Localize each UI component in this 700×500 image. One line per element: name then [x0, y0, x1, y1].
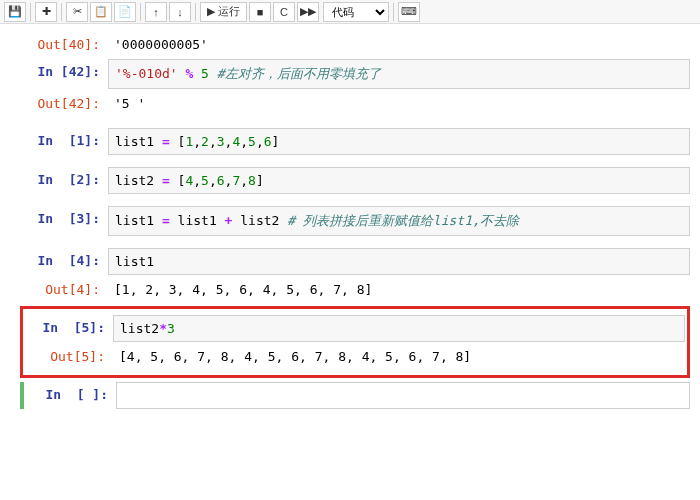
input-cell-5[interactable]: In [5]: list2*3 — [25, 315, 685, 342]
code-body[interactable]: list1 = [1,2,3,4,5,6] — [108, 128, 690, 155]
output-cell-42: Out[42]: '5 ' — [20, 91, 690, 116]
output-cell-5: Out[5]: [4, 5, 6, 7, 8, 4, 5, 6, 7, 8, 4… — [25, 344, 685, 369]
run-button[interactable]: ▶ 运行 — [200, 2, 247, 22]
run-label: 运行 — [218, 4, 240, 19]
in-prompt: In [42]: — [20, 59, 108, 79]
input-cell-42[interactable]: In [42]: '%-010d' % 5 #左对齐，后面不用零填充了 — [20, 59, 690, 89]
input-cell-4[interactable]: In [4]: list1 — [20, 248, 690, 275]
celltype-select[interactable]: 代码 — [323, 2, 389, 22]
add-cell-button[interactable]: ✚ — [35, 2, 57, 22]
in-prompt: In [2]: — [20, 167, 108, 187]
stop-button[interactable]: ■ — [249, 2, 271, 22]
out-body: [4, 5, 6, 7, 8, 4, 5, 6, 7, 8, 4, 5, 6, … — [113, 344, 685, 369]
code-body[interactable] — [116, 382, 690, 409]
out-prompt: Out[5]: — [25, 344, 113, 364]
cut-button[interactable]: ✂ — [66, 2, 88, 22]
output-cell-40: Out[40]: '0000000005' — [20, 32, 690, 57]
highlighted-group: In [5]: list2*3 Out[5]: [4, 5, 6, 7, 8, … — [20, 306, 690, 378]
input-cell-blank[interactable]: In [ ]: — [20, 382, 690, 409]
separator — [30, 3, 31, 21]
input-cell-3[interactable]: In [3]: list1 = list1 + list2 # 列表拼接后重新赋… — [20, 206, 690, 236]
restart-button[interactable]: C — [273, 2, 295, 22]
separator — [393, 3, 394, 21]
out-body: [1, 2, 3, 4, 5, 6, 4, 5, 6, 7, 8] — [108, 277, 690, 302]
toolbar: 💾 ✚ ✂ 📋 📄 ↑ ↓ ▶ 运行 ■ C ▶▶ 代码 ⌨ — [0, 0, 700, 24]
code-body[interactable]: list2 = [4,5,6,7,8] — [108, 167, 690, 194]
in-prompt: In [4]: — [20, 248, 108, 268]
in-prompt: In [5]: — [25, 315, 113, 335]
code-body[interactable]: '%-010d' % 5 #左对齐，后面不用零填充了 — [108, 59, 690, 89]
move-down-button[interactable]: ↓ — [169, 2, 191, 22]
separator — [61, 3, 62, 21]
move-up-button[interactable]: ↑ — [145, 2, 167, 22]
separator — [195, 3, 196, 21]
in-prompt: In [3]: — [20, 206, 108, 226]
in-prompt: In [1]: — [20, 128, 108, 148]
paste-button[interactable]: 📄 — [114, 2, 136, 22]
save-button[interactable]: 💾 — [4, 2, 26, 22]
command-palette-button[interactable]: ⌨ — [398, 2, 420, 22]
copy-button[interactable]: 📋 — [90, 2, 112, 22]
input-cell-1[interactable]: In [1]: list1 = [1,2,3,4,5,6] — [20, 128, 690, 155]
out-body: '5 ' — [108, 91, 690, 116]
out-prompt: Out[40]: — [20, 32, 108, 52]
input-cell-2[interactable]: In [2]: list2 = [4,5,6,7,8] — [20, 167, 690, 194]
separator — [140, 3, 141, 21]
notebook-area: Out[40]: '0000000005' In [42]: '%-010d' … — [0, 24, 700, 421]
out-body: '0000000005' — [108, 32, 690, 57]
code-body[interactable]: list1 = list1 + list2 # 列表拼接后重新赋值给list1,… — [108, 206, 690, 236]
code-body[interactable]: list1 — [108, 248, 690, 275]
code-body[interactable]: list2*3 — [113, 315, 685, 342]
restart-run-button[interactable]: ▶▶ — [297, 2, 319, 22]
in-prompt: In [ ]: — [28, 382, 116, 402]
out-prompt: Out[4]: — [20, 277, 108, 297]
output-cell-4: Out[4]: [1, 2, 3, 4, 5, 6, 4, 5, 6, 7, 8… — [20, 277, 690, 302]
out-prompt: Out[42]: — [20, 91, 108, 111]
play-icon: ▶ — [207, 5, 215, 18]
